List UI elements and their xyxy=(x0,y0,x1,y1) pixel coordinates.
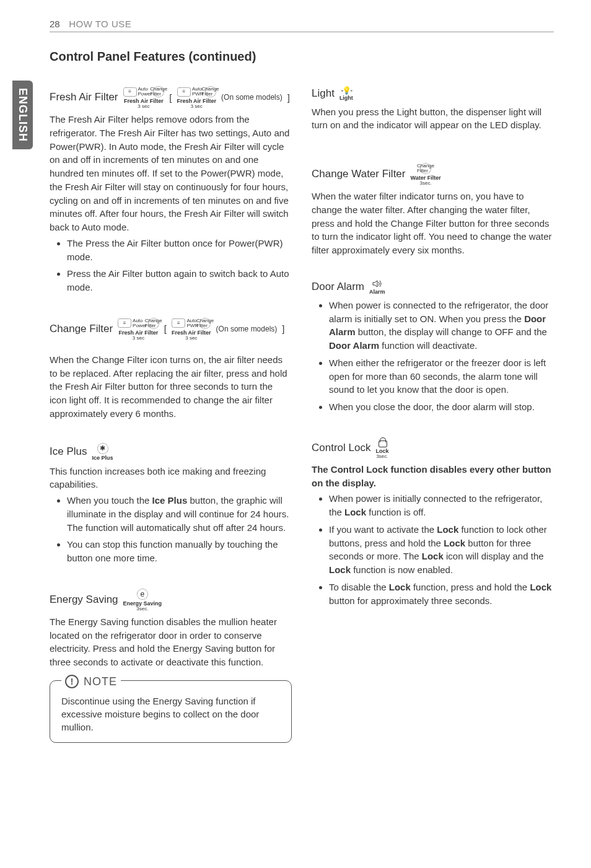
change-water-filter-heading: Change Water Filter xyxy=(312,167,405,182)
leaf-icon: e xyxy=(137,589,148,600)
list-item: When you close the door, the door alarm … xyxy=(329,400,554,414)
list-item: When power is initially connected to the… xyxy=(329,492,554,519)
list-item: Press the Air Filter button again to swi… xyxy=(67,267,292,294)
right-column: Light -💡- Light When you press the Light… xyxy=(312,82,554,743)
page-section: HOW TO USE xyxy=(69,19,131,29)
filter-icon: Change Filter xyxy=(420,163,431,174)
control-lock-heading: Control Lock xyxy=(312,441,370,456)
energy-saving-heading: Energy Saving xyxy=(50,592,118,608)
note-title: NOTE xyxy=(84,673,117,690)
section-title: Control Panel Features (continued) xyxy=(50,50,554,64)
list-item: To disable the Lock function, press and … xyxy=(329,581,554,608)
page-header: 28 HOW TO USE xyxy=(50,19,554,32)
change-filter-body: When the Change Filter icon turns on, th… xyxy=(50,353,292,421)
light-body: When you press the Light button, the dis… xyxy=(312,105,554,133)
energy-saving-body: The Energy Saving function disables the … xyxy=(50,615,292,669)
on-some-models-label: (On some models) xyxy=(221,92,282,103)
ice-plus-heading: Ice Plus xyxy=(50,444,87,460)
fresh-air-filter-body: The Fresh Air Filter helps remove odors … xyxy=(50,113,292,234)
note-body: Discontinue using the Energy Saving func… xyxy=(61,695,280,734)
fresh-air-filter-heading: Fresh Air Filter xyxy=(50,90,118,105)
change-filter-icon-alt: ≡ Auto PWR Change Filter Fresh Air Filte… xyxy=(172,318,211,341)
energy-saving-icon: e Energy Saving 3sec. xyxy=(123,589,162,612)
list-item: You can stop this function manually by t… xyxy=(67,538,292,565)
lock-icon xyxy=(378,437,387,447)
light-icon: -💡- Light xyxy=(339,87,353,101)
left-column: Fresh Air Filter ≡ Auto Power Change Fil… xyxy=(50,82,292,743)
speaker-icon xyxy=(372,279,382,288)
change-water-filter-icon: Change Filter Water Filter 3sec. xyxy=(410,163,440,186)
on-some-models-label: (On some models) xyxy=(216,324,278,335)
info-icon: ! xyxy=(65,675,79,688)
control-lock-intro: The Control Lock function disables every… xyxy=(312,463,554,490)
door-alarm-heading: Door Alarm xyxy=(312,279,364,295)
fresh-air-filter-icon: ≡ Auto Power Change Filter Fresh Air Fil… xyxy=(123,86,165,109)
page-number: 28 xyxy=(50,19,60,29)
change-filter-icon: ≡ Auto Power Change Filter Fresh Air Fil… xyxy=(118,318,159,341)
ice-plus-icon: ✱ Ice Plus xyxy=(92,443,113,461)
list-item: When either the refrigerator or the free… xyxy=(329,356,554,397)
fresh-air-filter-icon-alt: ≡ Auto PWR Change Filter Fresh Air Filte… xyxy=(177,86,216,109)
change-water-filter-body: When the water filter indicator turns on… xyxy=(312,190,554,257)
control-lock-icon: Lock 3sec. xyxy=(375,437,388,459)
change-filter-heading: Change Filter xyxy=(50,322,113,337)
snowflake-icon: ✱ xyxy=(97,443,108,454)
door-alarm-icon: Alarm xyxy=(369,279,385,295)
bulb-icon: -💡- xyxy=(341,87,351,94)
list-item: When power is connected to the refrigera… xyxy=(329,299,554,353)
list-item: When you touch the Ice Plus button, the … xyxy=(67,494,292,534)
light-heading: Light xyxy=(312,86,335,102)
list-item: If you want to activate the Lock functio… xyxy=(329,523,554,577)
list-item: The Press the Air Filter button once for… xyxy=(67,237,292,264)
language-tab: ENGLISH xyxy=(12,81,33,149)
note-box: ! NOTE Discontinue using the Energy Savi… xyxy=(50,680,292,743)
ice-plus-body: This function increases both ice making … xyxy=(50,465,292,492)
